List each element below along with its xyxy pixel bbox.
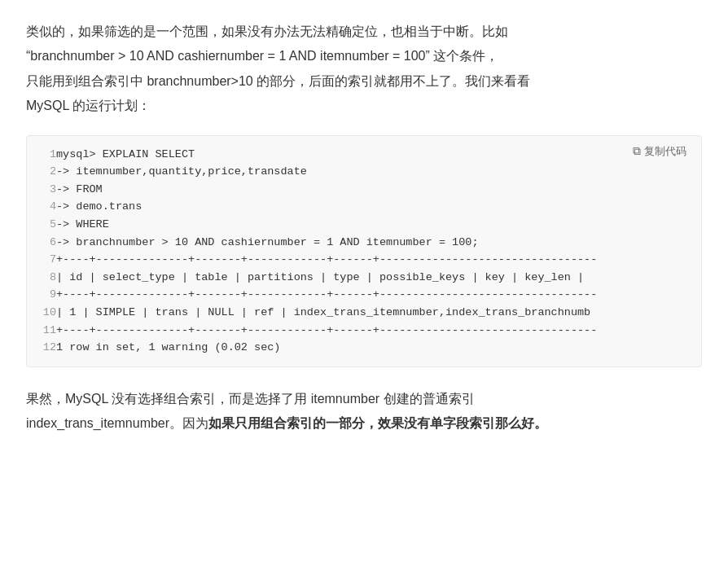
line-content: +----+--------------+-------+-----------…: [56, 322, 701, 340]
line-content: -> demo.trans: [56, 198, 701, 216]
code-line: 6-> branchnumber > 10 AND cashiernumber …: [27, 234, 701, 252]
line-number: 4: [27, 198, 56, 216]
outro-line-2-normal: index_trans_itemnumber。因为: [26, 416, 208, 430]
line-content: mysql> EXPLAIN SELECT: [56, 146, 701, 164]
line-content: | 1 | SIMPLE | trans | NULL | ref | inde…: [56, 304, 701, 322]
code-line: 9+----+--------------+-------+----------…: [27, 286, 701, 304]
code-line: 11+----+--------------+-------+---------…: [27, 322, 701, 340]
code-block: ⧉ 复制代码 1mysql> EXPLAIN SELECT2-> itemnum…: [26, 135, 702, 367]
line-number: 12: [27, 339, 56, 357]
line-number: 3: [27, 181, 56, 199]
code-line: 2-> itemnumber,quantity,price,transdate: [27, 163, 701, 181]
line-content: -> itemnumber,quantity,price,transdate: [56, 163, 701, 181]
code-line: 1mysql> EXPLAIN SELECT: [27, 146, 701, 164]
line-content: +----+--------------+-------+-----------…: [56, 251, 701, 269]
line-number: 8: [27, 269, 56, 287]
line-number: 5: [27, 216, 56, 234]
outro-line-1: 果然，MySQL 没有选择组合索引，而是选择了用 itemnumber 创建的普…: [26, 392, 475, 406]
copy-code-button[interactable]: ⧉ 复制代码: [628, 143, 691, 160]
line-number: 10: [27, 304, 56, 322]
outro-line-2-bold: 如果只用组合索引的一部分，效果没有单字段索引那么好。: [208, 416, 547, 430]
intro-line-1: 类似的，如果筛选的是一个范围，如果没有办法无法精确定位，也相当于中断。比如: [26, 24, 508, 38]
line-number: 6: [27, 234, 56, 252]
line-content: -> WHERE: [56, 216, 701, 234]
line-number: 11: [27, 322, 56, 340]
line-content: | id | select_type | table | partitions …: [56, 269, 701, 287]
code-line: 121 row in set, 1 warning (0.02 sec): [27, 339, 701, 357]
line-number: 2: [27, 163, 56, 181]
line-content: 1 row in set, 1 warning (0.02 sec): [56, 339, 701, 357]
intro-paragraph: 类似的，如果筛选的是一个范围，如果没有办法无法精确定位，也相当于中断。比如 “b…: [26, 20, 702, 119]
intro-line-4: MySQL 的运行计划：: [26, 99, 151, 112]
copy-label: 复制代码: [644, 144, 686, 159]
code-line: 4-> demo.trans: [27, 198, 701, 216]
code-line: 3-> FROM: [27, 181, 701, 199]
intro-line-3: 只能用到组合索引中 branchnumber>10 的部分，后面的索引就都用不上…: [26, 74, 530, 88]
line-content: -> FROM: [56, 181, 701, 199]
line-number: 9: [27, 286, 56, 304]
line-content: +----+--------------+-------+-----------…: [56, 286, 701, 304]
code-table: 1mysql> EXPLAIN SELECT2-> itemnumber,qua…: [27, 146, 701, 357]
code-line: 8| id | select_type | table | partitions…: [27, 269, 701, 287]
copy-icon: ⧉: [633, 144, 641, 158]
line-number: 7: [27, 251, 56, 269]
code-line: 5-> WHERE: [27, 216, 701, 234]
outro-paragraph: 果然，MySQL 没有选择组合索引，而是选择了用 itemnumber 创建的普…: [26, 387, 702, 437]
line-number: 1: [27, 146, 56, 164]
line-content: -> branchnumber > 10 AND cashiernumber =…: [56, 234, 701, 252]
code-line: 7+----+--------------+-------+----------…: [27, 251, 701, 269]
code-line: 10| 1 | SIMPLE | trans | NULL | ref | in…: [27, 304, 701, 322]
intro-line-2: “branchnumber > 10 AND cashiernumber = 1…: [26, 49, 498, 63]
